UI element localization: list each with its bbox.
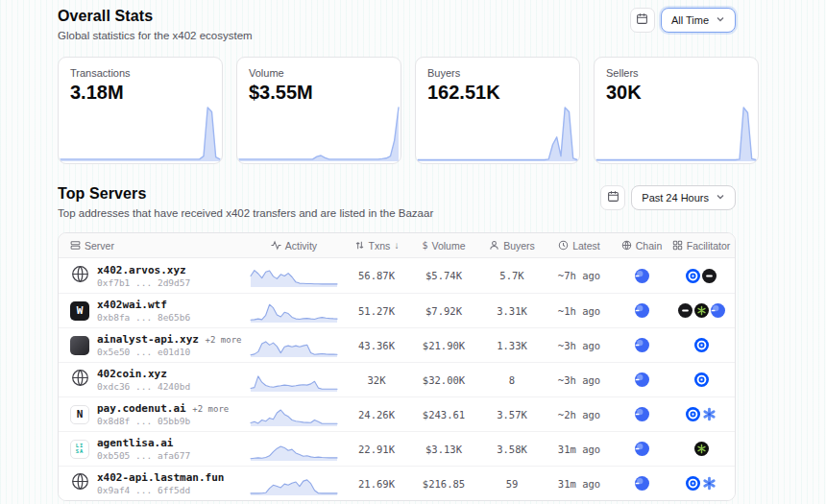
time-range-select[interactable]: All Time: [661, 8, 736, 33]
stat-sparkline: [595, 105, 757, 162]
server-name[interactable]: x402-api.lastman.fun: [97, 471, 224, 484]
servers-time-range-value: Past 24 Hours: [642, 192, 709, 204]
activity-cell: [241, 471, 347, 496]
base-chain-icon: [635, 269, 649, 283]
clock-icon: [558, 240, 569, 251]
stat-value: 30K: [606, 82, 746, 104]
table-row[interactable]: x402.arvos.xyz 0xf7b1 ... 2d9d57 56.87K …: [59, 258, 735, 293]
person-icon: [489, 240, 499, 251]
coinbase-facilitator-icon: [694, 372, 709, 387]
volume-value: $243.61: [406, 409, 481, 420]
servers-range-controls: Past 24 Hours: [600, 185, 736, 210]
activity-cell: [241, 402, 347, 427]
coinbase-facilitator-icon: [694, 338, 709, 352]
activity-sparkline: [250, 402, 338, 427]
column-label: Txns: [369, 240, 391, 252]
dashboard-page: Overall Stats Global statistics for the …: [0, 0, 826, 501]
column-header-server[interactable]: Server: [59, 240, 241, 252]
chevron-down-icon: [716, 14, 725, 26]
buyers-value: 3.31K: [481, 305, 543, 317]
txns-value: 21.69K: [347, 478, 406, 490]
column-header-buyers[interactable]: Buyers: [481, 240, 543, 252]
column-header-chain[interactable]: Chain: [616, 240, 668, 252]
server-avatar: [70, 266, 89, 285]
globe-avatar-icon: [71, 265, 89, 287]
txns-value: 51.27K: [347, 305, 406, 317]
server-avatar: N: [70, 405, 89, 424]
top-servers-header: Top Servers Top addresses that have rece…: [58, 185, 736, 219]
column-label: Latest: [572, 240, 600, 252]
column-label: Chain: [636, 240, 662, 252]
base-chain-icon: [635, 303, 649, 318]
servers-time-range-select[interactable]: Past 24 Hours: [631, 185, 736, 210]
server-address: 0x8d8f ... 05bb9b: [97, 416, 229, 426]
table-row[interactable]: x402-api.lastman.fun 0x9af4 ... 6ff5dd 2…: [59, 466, 735, 500]
server-name[interactable]: x402.arvos.xyz: [97, 264, 186, 276]
server-avatar: [70, 336, 89, 355]
column-header-txns[interactable]: Txns↓: [347, 240, 406, 252]
column-label: Buyers: [503, 240, 535, 252]
buyers-value: 3.58K: [481, 444, 543, 455]
latest-value: ~3h ago: [543, 374, 616, 386]
activity-sparkline: [250, 437, 338, 462]
stat-value: 162.51K: [427, 82, 568, 104]
server-name[interactable]: pay.codenut.ai: [97, 402, 186, 415]
stat-label: Volume: [249, 67, 389, 79]
coinbase-facilitator-icon: [686, 269, 700, 283]
table-row[interactable]: LISA agentlisa.ai 0xb505 ... afa677 22.9…: [59, 431, 735, 466]
flower-facilitator-icon: [702, 476, 717, 491]
top-servers-subtitle: Top addresses that have received x402 tr…: [58, 207, 433, 219]
server-cell: x402-api.lastman.fun 0x9af4 ... 6ff5dd: [59, 471, 241, 495]
column-label: Activity: [285, 240, 317, 252]
sort-direction-icon: ↓: [394, 240, 399, 251]
table-row[interactable]: N pay.codenut.ai +2 more 0x8d8f ... 05bb…: [59, 396, 735, 431]
activity-icon: [271, 240, 281, 251]
stat-card: Volume $3.55M: [236, 57, 401, 164]
server-address: 0x9af4 ... 6ff5dd: [97, 485, 224, 495]
letter-avatar: W: [70, 301, 89, 321]
server-name-block: agentlisa.ai 0xb505 ... afa677: [97, 437, 190, 461]
calendar-button[interactable]: [630, 8, 655, 33]
server-cell: W x402wai.wtf 0xb8fa ... 8e65b6: [59, 299, 241, 323]
stat-cards-row: Transactions 3.18M Volume $3.55M Buyers …: [58, 57, 826, 164]
server-name[interactable]: agentlisa.ai: [97, 437, 173, 449]
table-row[interactable]: ainalyst-api.xyz +2 more 0x5e50 ... e01d…: [59, 327, 735, 362]
server-name[interactable]: 402coin.xyz: [97, 368, 167, 380]
table-row[interactable]: 402coin.xyz 0xdc36 ... 4240bd 32K $32.00…: [59, 362, 735, 396]
table-row[interactable]: W x402wai.wtf 0xb8fa ... 8e65b6 51.27K $…: [59, 293, 735, 327]
top-servers-title: Top Servers: [58, 185, 433, 203]
server-extra-count: +2 more: [192, 404, 229, 414]
server-avatar: [70, 474, 89, 493]
green-facilitator-icon: [694, 303, 709, 318]
swap-icon: [354, 240, 365, 251]
grid-icon: [672, 240, 683, 251]
base-chain-icon: [635, 476, 649, 491]
server-address: 0x5e50 ... e01d10: [97, 347, 241, 357]
base-chain-icon: [635, 442, 649, 456]
column-header-latest[interactable]: Latest: [543, 240, 616, 252]
latest-value: ~2h ago: [543, 409, 616, 420]
chain-icon: [616, 476, 668, 491]
stat-value: 3.18M: [70, 82, 210, 104]
stat-card: Buyers 162.51K: [415, 57, 580, 164]
server-name[interactable]: ainalyst-api.xyz: [97, 333, 199, 346]
stat-card: Sellers 30K: [594, 57, 759, 164]
server-address: 0xdc36 ... 4240bd: [97, 381, 190, 392]
column-header-volume[interactable]: $Volume: [406, 240, 481, 252]
servers-calendar-button[interactable]: [600, 185, 625, 210]
letter-avatar: N: [70, 405, 89, 424]
dark-facilitator-icon: [678, 303, 692, 318]
server-avatar: LISA: [70, 440, 89, 459]
latest-value: ~7h ago: [543, 270, 616, 281]
globe-avatar-icon: [71, 472, 89, 494]
facilitator-icons: [668, 442, 735, 456]
server-name-block: x402wai.wtf 0xb8fa ... 8e65b6: [97, 299, 190, 323]
latest-value: ~3h ago: [543, 340, 616, 351]
column-header-facilitator[interactable]: Facilitator: [668, 240, 735, 252]
server-name[interactable]: x402wai.wtf: [97, 299, 167, 311]
column-header-activity[interactable]: Activity: [241, 240, 347, 252]
buyers-value: 1.33K: [481, 340, 543, 351]
txns-value: 43.36K: [347, 340, 406, 351]
column-label: Facilitator: [687, 240, 731, 252]
latest-value: ~1h ago: [543, 305, 616, 317]
